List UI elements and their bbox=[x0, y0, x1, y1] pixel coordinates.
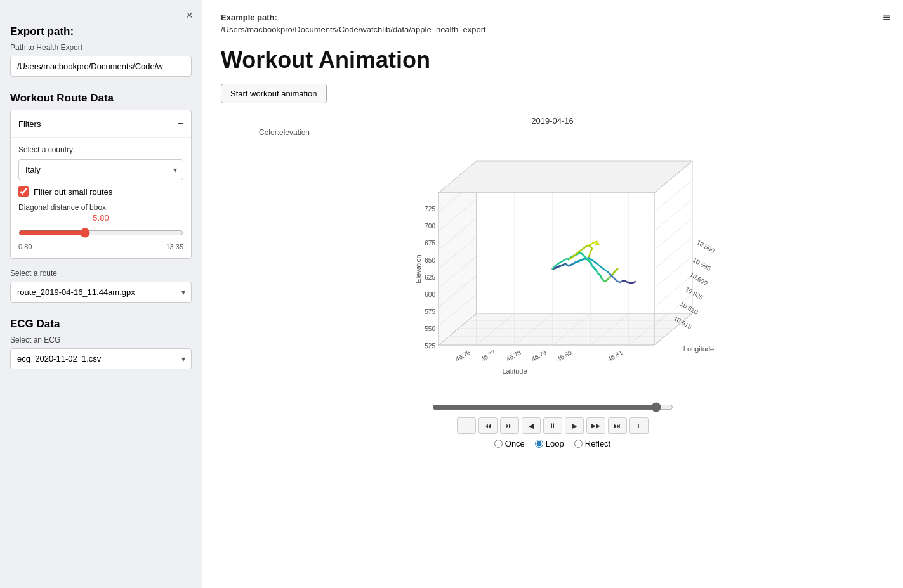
once-radio-label[interactable]: Once bbox=[494, 439, 525, 448]
svg-text:725: 725 bbox=[425, 206, 435, 212]
chart-color-label: Color:elevation bbox=[259, 128, 310, 137]
svg-text:10.600: 10.600 bbox=[689, 271, 709, 287]
slider-max: 13.35 bbox=[166, 243, 183, 251]
filter-body: Select a country Italy USA Germany Franc… bbox=[11, 138, 191, 258]
chart-container: 2019-04-16 Color:elevation bbox=[221, 116, 884, 448]
slider-value-display: 5.80 bbox=[18, 213, 183, 223]
ecg-select-label: Select an ECG bbox=[10, 336, 192, 344]
svg-text:625: 625 bbox=[425, 274, 435, 281]
play-button[interactable]: ▶ bbox=[565, 417, 584, 434]
loop-radio[interactable] bbox=[535, 440, 543, 448]
route-select-wrapper: route_2019-04-16_11.44am.gpx bbox=[10, 282, 192, 303]
zoom-out-button[interactable]: − bbox=[457, 417, 476, 434]
svg-text:46.79: 46.79 bbox=[530, 349, 548, 363]
ecg-section: ECG Data Select an ECG ecg_2020-11-02_1.… bbox=[10, 318, 192, 369]
route-select[interactable]: route_2019-04-16_11.44am.gpx bbox=[10, 282, 192, 303]
once-radio[interactable] bbox=[494, 440, 503, 448]
svg-text:46.77: 46.77 bbox=[479, 349, 497, 363]
loop-label: Loop bbox=[546, 439, 564, 448]
svg-text:Latitude: Latitude bbox=[502, 367, 527, 375]
control-buttons: − ⏮ ⏭ ◀ ⏸ ▶ ▶▶ ⏭ + bbox=[457, 417, 649, 434]
ecg-section-title: ECG Data bbox=[10, 318, 192, 330]
once-label: Once bbox=[505, 439, 525, 448]
reflect-radio-label[interactable]: Reflect bbox=[574, 439, 610, 448]
page-title: Workout Animation bbox=[221, 47, 884, 74]
svg-text:10.590: 10.590 bbox=[695, 238, 716, 254]
svg-text:675: 675 bbox=[425, 240, 435, 247]
next-frame-button[interactable]: ▶▶ bbox=[586, 417, 605, 434]
animation-controls: − ⏮ ⏭ ◀ ⏸ ▶ ▶▶ ⏭ + Once Loop bbox=[221, 402, 884, 448]
export-section-title: Export path: bbox=[10, 25, 192, 38]
filter-header: Filters − bbox=[11, 110, 191, 138]
country-select[interactable]: Italy USA Germany France bbox=[18, 159, 183, 180]
filters-label: Filters bbox=[18, 119, 41, 129]
svg-text:Longitude: Longitude bbox=[683, 345, 713, 353]
prev-frame-button[interactable]: ◀ bbox=[522, 417, 541, 434]
reflect-label: Reflect bbox=[585, 439, 610, 448]
svg-text:46.78: 46.78 bbox=[504, 349, 522, 363]
hamburger-button[interactable]: ≡ bbox=[883, 10, 890, 25]
svg-line-34 bbox=[654, 199, 692, 231]
export-path-input[interactable] bbox=[10, 56, 192, 77]
ecg-select[interactable]: ecg_2020-11-02_1.csv bbox=[10, 348, 192, 369]
filter-small-label: Filter out small routes bbox=[34, 187, 112, 197]
close-button[interactable]: × bbox=[186, 9, 193, 22]
svg-text:46.80: 46.80 bbox=[555, 349, 573, 363]
step-back-button[interactable]: ⏭ bbox=[500, 417, 519, 434]
svg-text:600: 600 bbox=[425, 291, 435, 298]
diagonal-slider[interactable] bbox=[18, 228, 183, 238]
skip-to-end-button[interactable]: ⏭ bbox=[608, 417, 627, 434]
filter-small-routes-row: Filter out small routes bbox=[18, 186, 183, 197]
country-label: Select a country bbox=[18, 145, 183, 154]
zoom-in-button[interactable]: + bbox=[629, 417, 649, 434]
svg-text:46.81: 46.81 bbox=[606, 349, 624, 363]
ecg-select-wrapper: ecg_2020-11-02_1.csv bbox=[10, 348, 192, 369]
route-select-label: Select a route bbox=[10, 269, 192, 278]
svg-line-36 bbox=[654, 237, 692, 269]
example-path-label: Example path: bbox=[221, 13, 884, 22]
svg-line-35 bbox=[654, 218, 692, 250]
main-content: ≡ Example path: /Users/macbookpro/Docume… bbox=[202, 0, 903, 588]
svg-text:525: 525 bbox=[425, 343, 435, 350]
svg-text:575: 575 bbox=[425, 308, 435, 315]
example-path-value: /Users/macbookpro/Documents/Code/watchli… bbox=[221, 25, 884, 34]
export-path-label: Path to Health Export bbox=[10, 43, 192, 52]
start-workout-button[interactable]: Start workout animation bbox=[221, 84, 327, 103]
skip-to-start-button[interactable]: ⏮ bbox=[478, 417, 498, 434]
collapse-filters-button[interactable]: − bbox=[178, 115, 183, 132]
country-select-wrapper: Italy USA Germany France bbox=[18, 159, 183, 180]
filter-small-checkbox[interactable] bbox=[18, 186, 29, 197]
svg-text:10.595: 10.595 bbox=[692, 256, 712, 272]
slider-section: Diagonal distance of bbox 5.80 0.80 13.3… bbox=[18, 203, 183, 251]
sidebar: × Export path: Path to Health Export Wor… bbox=[0, 0, 202, 588]
svg-marker-25 bbox=[438, 161, 692, 193]
slider-wrapper bbox=[18, 225, 183, 243]
slider-minmax: 0.80 13.35 bbox=[18, 243, 183, 251]
chart-svg: Elevation 525 550 575 600 625 650 675 70… bbox=[388, 142, 718, 396]
reflect-radio[interactable] bbox=[574, 440, 583, 448]
chart-date: 2019-04-16 bbox=[531, 116, 574, 126]
svg-text:10.605: 10.605 bbox=[684, 285, 704, 301]
svg-text:Elevation: Elevation bbox=[414, 254, 422, 283]
diagonal-label: Diagonal distance of bbox bbox=[18, 203, 183, 212]
svg-text:650: 650 bbox=[425, 257, 435, 264]
svg-line-37 bbox=[654, 256, 692, 288]
route-section-title: Workout Route Data bbox=[10, 92, 192, 105]
playback-mode-group: Once Loop Reflect bbox=[494, 439, 610, 448]
pause-button[interactable]: ⏸ bbox=[543, 417, 562, 434]
svg-text:550: 550 bbox=[425, 325, 435, 332]
slider-min: 0.80 bbox=[18, 243, 32, 251]
progress-slider[interactable] bbox=[432, 402, 673, 412]
filter-box: Filters − Select a country Italy USA Ger… bbox=[10, 110, 192, 259]
loop-radio-label[interactable]: Loop bbox=[535, 439, 564, 448]
svg-text:700: 700 bbox=[425, 223, 435, 230]
svg-text:46.76: 46.76 bbox=[454, 349, 471, 363]
